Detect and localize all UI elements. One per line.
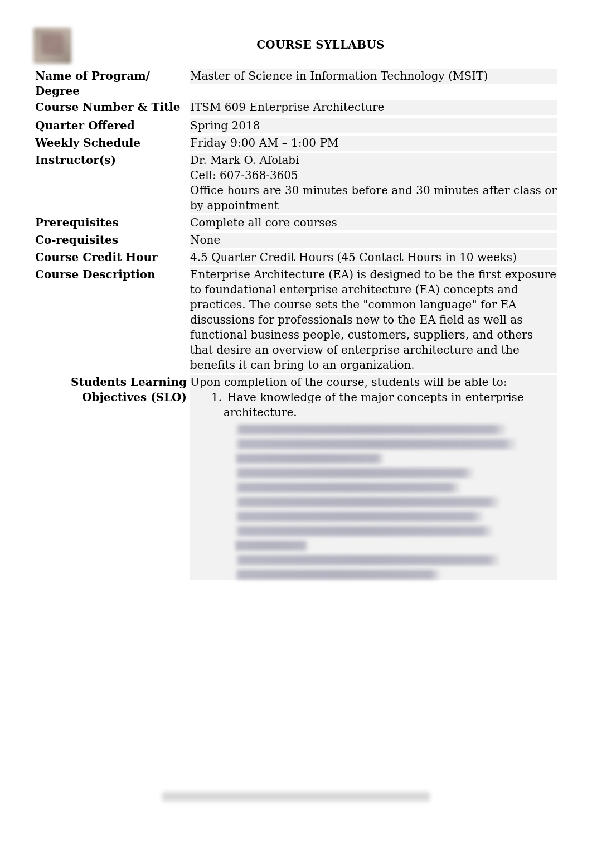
blurred-text-line xyxy=(235,541,308,551)
blurred-text-line xyxy=(235,497,501,507)
slo-item-text: Have knowledge of the major concepts in … xyxy=(227,390,523,404)
blurred-text-line xyxy=(235,512,485,522)
credit-hour-label: Course Credit Hour xyxy=(33,249,188,267)
title-area: COURSE SYLLABUS xyxy=(83,28,559,51)
blurred-text-line xyxy=(235,454,385,464)
course-description-value: Enterprise Architecture (EA) is designed… xyxy=(190,267,557,373)
document-header: COURSE SYLLABUS xyxy=(33,28,559,64)
quarter-offered-value: Spring 2018 xyxy=(190,118,557,133)
slo-label: Students Learning Objectives (SLO) xyxy=(33,374,188,585)
co-requisites-value: None xyxy=(190,233,557,248)
table-row: Quarter Offered Spring 2018 xyxy=(33,118,559,135)
table-row: Instructor(s) Dr. Mark O. Afolabi Cell: … xyxy=(33,152,559,215)
program-degree-label: Name of Program/ Degree xyxy=(33,68,188,99)
course-description-label: Course Description xyxy=(33,267,188,374)
table-row: Prerequisites Complete all core courses xyxy=(33,215,559,232)
table-row: Course Description Enterprise Architectu… xyxy=(33,267,559,374)
table-row: Name of Program/ Degree Master of Scienc… xyxy=(33,68,559,98)
slo-item-number: 1. xyxy=(211,390,224,405)
blurred-text-line xyxy=(235,468,475,478)
prerequisites-value: Complete all core courses xyxy=(190,215,557,230)
table-row: Course Number & Title ITSM 609 Enterpris… xyxy=(33,99,559,117)
program-degree-value: Master of Science in Information Technol… xyxy=(190,69,557,84)
table-row: Students Learning Objectives (SLO) Upon … xyxy=(33,374,559,585)
slo-intro: Upon completion of the course, students … xyxy=(190,375,557,390)
quarter-offered-label: Quarter Offered xyxy=(33,118,188,135)
weekly-schedule-label: Weekly Schedule xyxy=(33,135,188,152)
course-number-title-label: Course Number & Title xyxy=(33,99,188,118)
instructor-name: Dr. Mark O. Afolabi xyxy=(190,153,557,168)
slo-item-cont: architecture. xyxy=(211,405,557,420)
blurred-text-line xyxy=(235,526,494,536)
syllabus-table: Name of Program/ Degree Master of Scienc… xyxy=(33,68,559,585)
table-row: Weekly Schedule Friday 9:00 AM – 1:00 PM xyxy=(33,135,559,152)
weekly-schedule-value: Friday 9:00 AM – 1:00 PM xyxy=(190,136,557,151)
course-number-title-value: ITSM 609 Enterprise Architecture xyxy=(190,100,557,115)
blurred-text-line xyxy=(235,483,462,493)
credit-hour-value: 4.5 Quarter Credit Hours (45 Contact Hou… xyxy=(190,250,557,265)
institution-logo xyxy=(33,28,71,64)
slo-label-line2: Objectives (SLO) xyxy=(35,390,187,405)
blurred-text-line xyxy=(235,425,508,435)
table-row: Course Credit Hour 4.5 Quarter Credit Ho… xyxy=(33,249,559,267)
instructor-label: Instructor(s) xyxy=(33,152,188,215)
slo-content: Upon completion of the course, students … xyxy=(190,375,557,580)
blurred-text-line xyxy=(235,439,518,449)
blurred-text-line xyxy=(235,570,441,580)
blurred-content-area xyxy=(190,425,557,580)
instructor-cell: Cell: 607-368-3605 xyxy=(190,168,557,183)
prerequisites-label: Prerequisites xyxy=(33,215,188,232)
blurred-footer-text xyxy=(162,792,430,801)
instructor-office-hours: Office hours are 30 minutes before and 3… xyxy=(190,183,557,213)
slo-list: 1. Have knowledge of the major concepts … xyxy=(190,390,557,420)
slo-label-line1: Students Learning xyxy=(35,375,187,390)
blurred-text-line xyxy=(235,555,501,565)
co-requisites-label: Co-requisites xyxy=(33,232,188,249)
document-title: COURSE SYLLABUS xyxy=(83,38,559,51)
table-row: Co-requisites None xyxy=(33,232,559,249)
